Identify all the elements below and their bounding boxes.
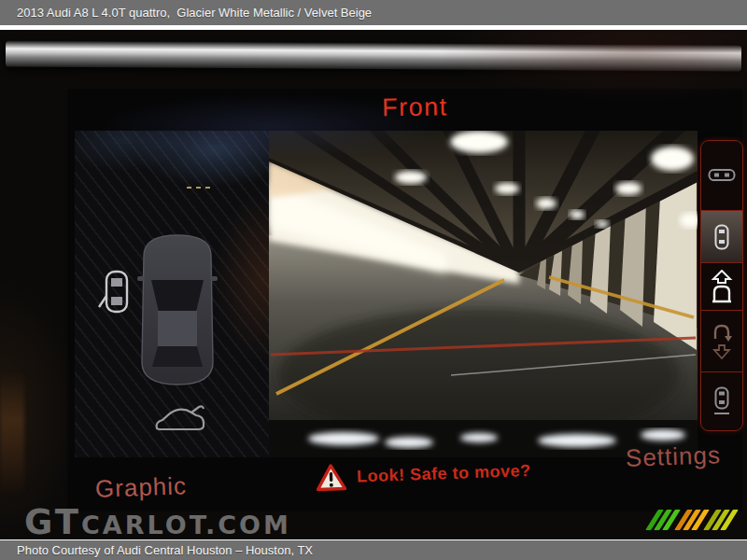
stripes-logo-icon [652, 510, 732, 530]
dashboard-photo: Front [0, 30, 747, 539]
watermark: GTcarlot.com [24, 502, 291, 539]
car-front-camera-icon [711, 270, 733, 303]
camera-view-title: Front [67, 89, 742, 127]
camera-mode-front-view-button[interactable] [701, 263, 742, 311]
camera-mode-sidebar [700, 140, 743, 431]
trunk-open-icon [153, 403, 205, 435]
camera-mode-side-view-button[interactable] [701, 141, 742, 211]
photo-credit-bar: Photo Courtesy of Audi Central Houston –… [0, 540, 747, 560]
screen-chrome-trim [6, 41, 741, 72]
car-curb-park-camera-icon [713, 386, 730, 416]
wood-trim [0, 371, 24, 493]
garage-scene [269, 131, 698, 457]
warning-text: Look! Safe to move? [357, 460, 531, 485]
mmi-screen: Front [67, 89, 742, 511]
parking-graphic-panel [75, 131, 269, 457]
watermark-gt: GT [24, 502, 81, 539]
car-turn-maneuver-camera-icon [711, 324, 733, 359]
camera-mode-curb-view-button[interactable] [701, 372, 742, 430]
settings-softkey[interactable]: Settings [625, 441, 721, 473]
watermark-carlot: carlot.com [81, 511, 291, 539]
own-car-top-view [134, 231, 220, 388]
safety-warning: Look! Safe to move? [316, 456, 531, 492]
car-side-view-camera-icon [708, 168, 736, 183]
photo-title-bar: 2013 Audi A8 L 4.0T quattro, Glacier Whi… [0, 0, 747, 25]
door-open-icon [97, 269, 133, 315]
camera-mode-top-view-button[interactable] [701, 211, 742, 263]
graphic-softkey[interactable]: Graphic [94, 471, 187, 503]
warning-triangle-icon [316, 463, 347, 492]
car-top-view-camera-icon [713, 224, 730, 250]
sensor-dashes [187, 187, 210, 189]
front-camera-feed [269, 131, 698, 457]
camera-mode-turn-view-button[interactable] [701, 311, 742, 372]
